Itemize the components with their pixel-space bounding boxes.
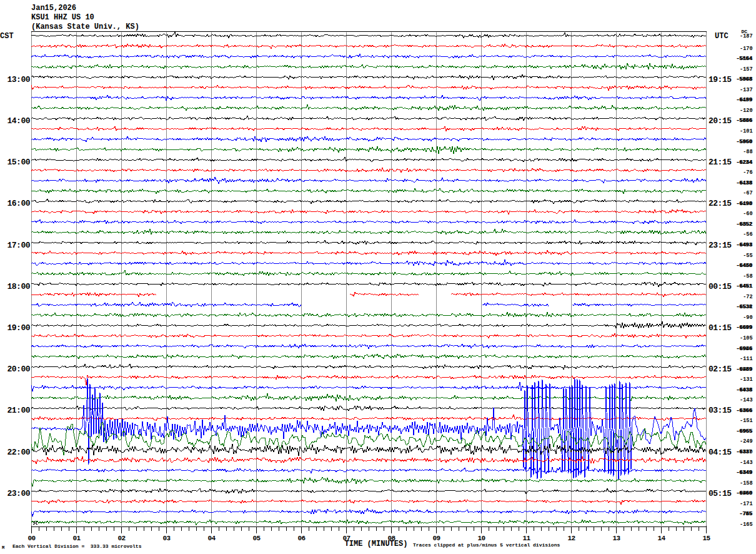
svg-text:-6337: -6337	[736, 449, 752, 455]
svg-text:-6699: -6699	[736, 325, 752, 331]
svg-text:10: 10	[477, 535, 485, 542]
svg-text:-6489: -6489	[736, 97, 752, 103]
svg-text:Traces clipped at plus/minus 5: Traces clipped at plus/minus 5 vertical …	[413, 542, 560, 548]
svg-text:-249: -249	[740, 438, 752, 445]
svg-text:12: 12	[567, 535, 575, 542]
svg-text:-6451: -6451	[736, 283, 752, 290]
svg-text:03: 03	[162, 535, 171, 542]
svg-text:05:15: 05:15	[709, 489, 732, 498]
svg-text:22:15: 22:15	[709, 199, 732, 208]
svg-text:22:00: 22:00	[7, 448, 30, 457]
svg-text:15: 15	[702, 535, 710, 542]
svg-text:-6349: -6349	[736, 470, 752, 476]
svg-text:-143: -143	[740, 397, 752, 403]
svg-text:03:15: 03:15	[709, 406, 732, 415]
svg-text:-6498: -6498	[736, 201, 752, 207]
svg-text:-58: -58	[743, 273, 752, 280]
svg-text:KSU1 HHZ US 10: KSU1 HHZ US 10	[31, 13, 94, 22]
svg-text:-6538: -6538	[736, 304, 752, 310]
svg-text:23:00: 23:00	[7, 489, 30, 498]
svg-text:-55: -55	[743, 253, 752, 259]
svg-text:-88: -88	[743, 149, 752, 155]
svg-text:Each Vertical Division = 333.: Each Vertical Division = 333.33 microvol…	[12, 543, 142, 549]
svg-text:21:00: 21:00	[7, 406, 30, 415]
svg-text:M: M	[2, 545, 4, 550]
svg-text:-157: -157	[740, 66, 752, 73]
svg-text:00:15: 00:15	[709, 282, 732, 291]
svg-text:-67: -67	[743, 190, 752, 196]
svg-text:23:15: 23:15	[709, 241, 732, 250]
svg-text:01:15: 01:15	[709, 323, 732, 333]
svg-text:17:00: 17:00	[7, 241, 30, 250]
svg-text:09: 09	[432, 535, 440, 542]
svg-text:-6438: -6438	[736, 387, 752, 393]
svg-text:14:00: 14:00	[7, 116, 30, 126]
svg-text:-5868: -5868	[736, 76, 752, 83]
svg-text:05: 05	[252, 535, 261, 542]
svg-text:-6480: -6480	[736, 263, 752, 269]
svg-text:-6493: -6493	[736, 242, 752, 248]
svg-text:-5886: -5886	[736, 118, 752, 124]
svg-text:19:15: 19:15	[709, 75, 732, 84]
svg-text:-6989: -6989	[736, 366, 752, 373]
svg-text:-111: -111	[740, 356, 752, 362]
svg-text:-6234: -6234	[736, 159, 752, 166]
svg-text:-6366: -6366	[736, 408, 752, 414]
svg-text:01: 01	[72, 535, 81, 542]
svg-text:04:15: 04:15	[709, 448, 732, 457]
svg-text:-120: -120	[740, 108, 752, 114]
svg-text:13:00: 13:00	[7, 75, 30, 84]
svg-text:21:15: 21:15	[709, 158, 732, 167]
svg-text:-101: -101	[740, 128, 752, 134]
svg-text:-151: -151	[740, 418, 752, 424]
svg-text:02: 02	[117, 535, 125, 542]
svg-text:16:00: 16:00	[7, 199, 30, 208]
svg-text:-5864: -5864	[736, 56, 752, 62]
svg-text:-170: -170	[740, 46, 752, 52]
svg-text:-60: -60	[743, 211, 752, 217]
svg-text:-187: -187	[740, 33, 752, 39]
svg-text:15:00: 15:00	[7, 158, 30, 167]
svg-text:(Kansas State Univ., KS): (Kansas State Univ., KS)	[31, 23, 139, 31]
svg-text:-6438: -6438	[736, 180, 752, 186]
svg-text:UTC: UTC	[715, 32, 729, 41]
svg-text:20:00: 20:00	[7, 365, 30, 374]
svg-text:-76: -76	[743, 169, 752, 176]
svg-text:20:15: 20:15	[709, 116, 732, 126]
svg-text:-171: -171	[740, 501, 752, 507]
svg-text:CST: CST	[0, 32, 14, 41]
svg-text:-72: -72	[743, 294, 752, 300]
svg-text:-6960: -6960	[736, 490, 752, 496]
svg-text:-785: -785	[739, 511, 752, 517]
svg-text:06: 06	[297, 535, 305, 542]
svg-text:13: 13	[612, 535, 620, 542]
svg-text:TIME (MINUTES): TIME (MINUTES)	[345, 540, 408, 548]
svg-text:18:00: 18:00	[7, 282, 30, 291]
svg-text:-137: -137	[740, 87, 752, 93]
svg-text:-131: -131	[740, 376, 752, 383]
svg-text:-56: -56	[743, 231, 752, 238]
svg-text:-158: -158	[740, 480, 752, 486]
svg-text:11: 11	[522, 535, 530, 542]
svg-text:19:00: 19:00	[7, 323, 30, 333]
svg-text:-6965: -6965	[736, 428, 752, 435]
svg-text:-143: -143	[740, 460, 752, 466]
svg-text:-165: -165	[740, 521, 752, 528]
svg-text:-6986: -6986	[736, 346, 752, 352]
svg-text:14: 14	[657, 535, 665, 542]
svg-text:00: 00	[27, 535, 35, 542]
svg-text:-6852: -6852	[736, 221, 752, 228]
svg-text:Jan15,2026: Jan15,2026	[31, 4, 76, 13]
svg-text:04: 04	[207, 535, 216, 542]
svg-text:02:15: 02:15	[709, 365, 732, 374]
svg-text:-5860: -5860	[736, 139, 752, 145]
svg-text:-105: -105	[740, 335, 752, 341]
svg-text:-90: -90	[743, 315, 752, 321]
